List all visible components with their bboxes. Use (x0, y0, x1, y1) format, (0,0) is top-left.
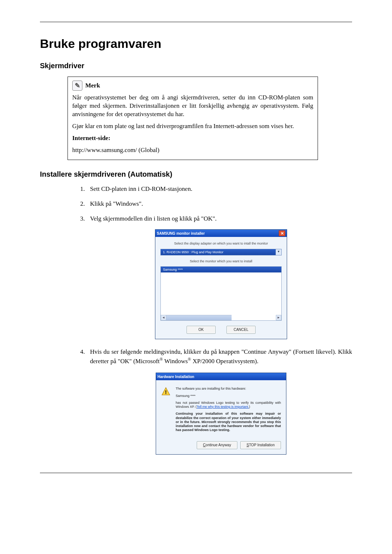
reg-mark-1: ® (160, 357, 163, 362)
step-4-text-c: XP/2000 Operativsystem). (191, 357, 258, 364)
installer-button-row: OK CANCEL (160, 326, 282, 334)
installer-label-adapter: Select the display adapter on which you … (160, 241, 282, 246)
chevron-down-icon[interactable]: ▼ (275, 249, 281, 255)
horizontal-scrollbar[interactable] (166, 315, 232, 320)
close-icon[interactable]: ✕ (279, 230, 285, 236)
step-3: Velg skjermmodellen din i listen og klik… (86, 215, 352, 339)
note-box: ✎ Merk Når operativsystemet ber deg om å… (68, 77, 318, 160)
stop-installation-button[interactable]: STOP Installation (240, 441, 281, 449)
monitor-listbox[interactable]: Samsung **** ◄ ► (160, 266, 282, 321)
installer-title-text: SAMSUNG monitor installer (157, 231, 279, 236)
adapter-dropdown-text: 1. RADEON 9550 : Plug and Play Monitor (161, 249, 275, 255)
warning-title-text: Hardware Installation (158, 374, 285, 379)
step-3-text: Velg skjermmodellen din i listen og klik… (90, 215, 217, 222)
note-header: ✎ Merk (72, 81, 313, 91)
ok-button[interactable]: OK (187, 326, 216, 334)
warning-p4: Continuing your installation of this sof… (176, 412, 281, 432)
step-4-text-b: Windows (163, 357, 188, 364)
warning-titlebar: Hardware Installation (156, 373, 286, 380)
continue-anyway-button[interactable]: Continue Anyway (197, 441, 237, 449)
installer-label-monitor: Select the monitor which you want to ins… (160, 259, 282, 263)
step-4: Hvis du ser følgende meldingsvindu, klik… (86, 348, 352, 455)
bottom-divider (40, 473, 352, 473)
note-paragraph-1: Når operativsystemet ber deg om å angi s… (72, 94, 313, 119)
warning-p3b: ) (249, 405, 250, 409)
warning-triangle-icon: ! (161, 387, 171, 396)
step-2: Klikk på "Windows". (86, 200, 352, 208)
installer-body: Select the display adapter on which you … (155, 237, 287, 338)
warning-p2: Samsung **** (176, 394, 281, 398)
note-icon: ✎ (72, 81, 82, 91)
warning-p1: The software you are installing for this… (176, 387, 281, 391)
step-1: Sett CD-platen inn i CD-ROM-stasjonen. (86, 185, 352, 193)
note-paragraph-2: Gjør klar en tom plate og last ned drive… (72, 122, 313, 131)
installer-window: SAMSUNG monitor installer ✕ Select the d… (155, 229, 287, 339)
warning-text-block: The software you are installing for this… (176, 387, 281, 435)
svg-text:!: ! (165, 389, 167, 395)
warning-button-row: Continue Anyway STOP Installation (156, 438, 286, 454)
steps-list: Sett CD-platen inn i CD-ROM-stasjonen. K… (76, 185, 352, 455)
warning-link[interactable]: Tell me why this testing is important. (197, 405, 249, 409)
warning-body: ! The software you are installing for th… (156, 380, 286, 438)
monitor-list-item[interactable]: Samsung **** (161, 267, 281, 272)
internet-url: http://www.samsung.com/ (Global) (72, 146, 313, 155)
stop-installation-label: STOP Installation (246, 443, 274, 448)
note-heading: Merk (85, 82, 100, 90)
adapter-dropdown[interactable]: 1. RADEON 9550 : Plug and Play Monitor ▼ (160, 249, 282, 255)
top-divider (40, 22, 352, 22)
section-skjermdriver: Skjermdriver (40, 62, 352, 70)
page-title: Bruke programvaren (40, 37, 352, 51)
hardware-installation-dialog: Hardware Installation ! The software you… (156, 373, 286, 454)
continue-anyway-label: Continue Anyway (203, 443, 231, 448)
scroll-left-icon[interactable]: ◄ (161, 315, 166, 320)
cancel-button[interactable]: CANCEL (226, 326, 256, 334)
scroll-right-icon[interactable]: ► (276, 315, 281, 320)
internet-side-label: Internett-side: (72, 135, 110, 141)
installer-titlebar: SAMSUNG monitor installer ✕ (155, 230, 287, 237)
section-install-auto: Installere skjermdriveren (Automatisk) (40, 170, 352, 178)
